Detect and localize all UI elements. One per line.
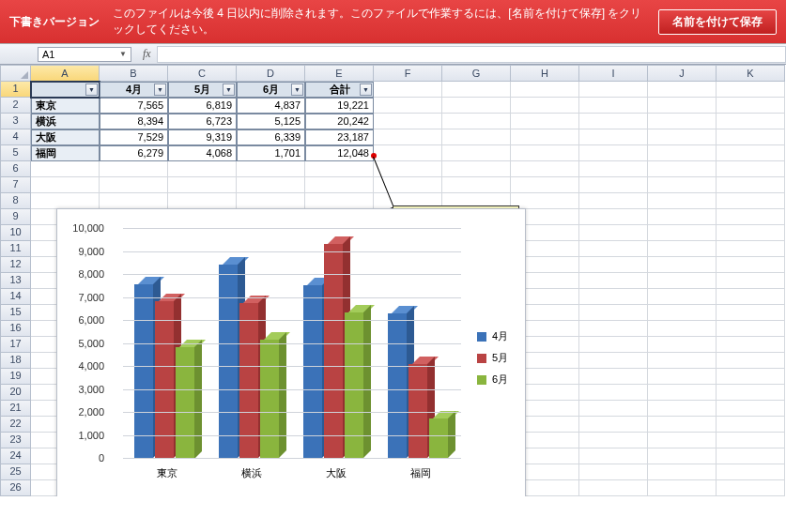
cell[interactable] [579,82,648,98]
cell[interactable]: 横浜 [31,114,100,129]
row-header[interactable]: 22 [0,417,31,433]
cell[interactable] [511,145,579,161]
cell[interactable] [374,129,442,145]
cell[interactable] [717,480,785,496]
cell[interactable] [648,289,717,305]
cell[interactable]: 6,723 [168,114,237,129]
select-all-corner[interactable] [0,65,31,82]
cell[interactable] [717,289,785,305]
filter-dropdown-icon[interactable]: ▼ [360,84,372,96]
cell[interactable] [648,129,717,145]
filter-dropdown-icon[interactable]: ▼ [154,84,166,96]
cell[interactable] [305,177,374,193]
cell[interactable] [648,321,717,337]
cell[interactable] [511,114,579,129]
cell[interactable] [442,129,511,145]
cell[interactable] [717,369,785,385]
row-header[interactable]: 10 [0,225,31,241]
embedded-chart[interactable]: 東京横浜大阪福岡 4月 5月 6月 01,0002,0003,0004,0005… [56,208,526,496]
cell[interactable] [717,114,785,129]
cell[interactable]: 4,837 [237,98,305,114]
column-header[interactable]: A [31,65,100,82]
row-header[interactable]: 18 [0,353,31,369]
cell[interactable] [648,369,717,385]
cell[interactable] [579,337,648,353]
cell[interactable] [237,193,305,209]
cell[interactable]: 12,048 [305,145,374,161]
column-header[interactable]: K [717,65,785,82]
cell[interactable] [237,177,305,193]
cell[interactable] [717,225,785,241]
cell[interactable] [374,145,442,161]
name-box-dropdown-icon[interactable]: ▼ [119,50,127,58]
cell[interactable]: 5月▼ [168,82,237,98]
cell[interactable]: 9,319 [168,129,237,145]
cell[interactable] [579,480,648,496]
cell[interactable] [717,193,785,209]
cell[interactable] [579,193,648,209]
column-header[interactable]: B [100,65,168,82]
cell[interactable] [717,448,785,464]
cell[interactable] [648,145,717,161]
row-header[interactable]: 7 [0,177,31,193]
cell[interactable] [305,193,374,209]
cell[interactable] [648,209,717,225]
cell[interactable] [648,305,717,321]
column-header[interactable]: D [237,65,305,82]
cell[interactable] [579,448,648,464]
filter-dropdown-icon[interactable]: ▼ [291,84,303,96]
cell[interactable] [648,114,717,129]
save-as-button[interactable]: 名前を付けて保存 [658,9,777,35]
spreadsheet-grid[interactable]: 1▼4月▼5月▼6月▼合計▼2東京7,5656,8194,83719,2213横… [0,82,786,496]
cell[interactable] [442,114,511,129]
column-header[interactable]: C [168,65,237,82]
cell[interactable]: 4月▼ [100,82,168,98]
cell[interactable] [579,161,648,177]
cell[interactable]: 福岡 [31,145,100,161]
row-header[interactable]: 9 [0,209,31,225]
cell[interactable]: 東京 [31,98,100,114]
filter-dropdown-icon[interactable]: ▼ [85,84,98,96]
row-header[interactable]: 1 [0,82,31,98]
cell[interactable] [442,98,511,114]
cell[interactable] [717,417,785,433]
cell[interactable] [648,353,717,369]
cell[interactable] [168,161,237,177]
cell[interactable]: 23,187 [305,129,374,145]
cell[interactable] [511,177,579,193]
cell[interactable] [579,464,648,480]
cell[interactable] [717,337,785,353]
cell[interactable] [168,193,237,209]
cell[interactable] [579,177,648,193]
cell[interactable]: 7,529 [100,129,168,145]
cell[interactable] [717,385,785,401]
row-header[interactable]: 11 [0,241,31,257]
row-header[interactable]: 15 [0,305,31,321]
row-header[interactable]: 2 [0,98,31,114]
column-header[interactable]: E [305,65,374,82]
cell[interactable] [579,114,648,129]
cell[interactable] [717,241,785,257]
cell[interactable]: 7,565 [100,98,168,114]
cell[interactable] [648,480,717,496]
cell[interactable] [579,385,648,401]
cell[interactable] [579,401,648,417]
cell[interactable] [579,353,648,369]
cell[interactable]: 20,242 [305,114,374,129]
row-header[interactable]: 21 [0,401,31,417]
cell[interactable] [717,82,785,98]
cell[interactable] [100,161,168,177]
cell[interactable] [31,177,100,193]
cell[interactable] [579,209,648,225]
row-header[interactable]: 24 [0,448,31,464]
cell[interactable]: 合計▼ [305,82,374,98]
name-box[interactable]: A1 ▼ [38,47,131,62]
cell[interactable]: 8,394 [100,114,168,129]
cell[interactable] [579,369,648,385]
cell[interactable] [717,98,785,114]
cell[interactable] [648,417,717,433]
cell[interactable] [648,98,717,114]
cell[interactable] [648,225,717,241]
cell[interactable] [305,161,374,177]
column-header[interactable]: H [511,65,579,82]
